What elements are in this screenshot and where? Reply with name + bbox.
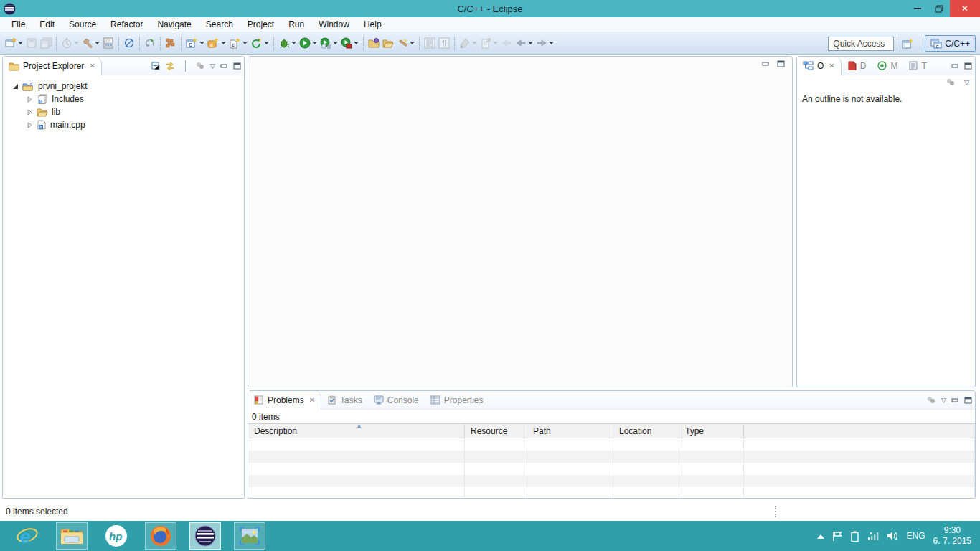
close-window-button[interactable]: ✕ — [950, 0, 980, 17]
new-cpp-project-button[interactable] — [249, 34, 270, 52]
collapsed-arrow-icon[interactable] — [27, 122, 33, 128]
maximize-view-icon[interactable] — [233, 62, 241, 70]
forward-button[interactable] — [534, 34, 555, 52]
column-location[interactable]: Location — [613, 424, 679, 438]
taskbar-internet-explorer-button[interactable]: e — [11, 522, 43, 550]
binary-file-button[interactable]: 010 — [101, 34, 116, 52]
menu-search[interactable]: Search — [199, 17, 240, 32]
run-button[interactable] — [298, 34, 319, 52]
taskbar-hp-button[interactable]: hp — [100, 522, 132, 550]
problems-table: Description▲ Resource Path Location Type — [248, 423, 975, 499]
tree-item-main-cpp[interactable]: c main.cpp — [3, 118, 244, 131]
collapse-all-icon[interactable] — [151, 62, 160, 70]
close-tab-icon[interactable]: ✕ — [309, 396, 315, 404]
tab-outline[interactable]: O ✕ — [797, 57, 842, 75]
skip-all-breakpoints-button[interactable] — [122, 34, 136, 52]
column-path[interactable]: Path — [527, 424, 613, 438]
tree-item-lib[interactable]: lib — [3, 105, 244, 118]
collapsed-arrow-icon[interactable] — [27, 96, 33, 103]
taskbar-firefox-button[interactable] — [145, 522, 176, 550]
launch-button[interactable] — [143, 34, 157, 52]
show-whitespace-button[interactable]: ¶ — [437, 34, 451, 52]
next-annotation-button[interactable] — [479, 34, 499, 52]
network-signal-icon[interactable]: ✶ — [867, 531, 879, 541]
menu-window[interactable]: Window — [311, 17, 357, 32]
back-button[interactable] — [514, 34, 534, 52]
debug-button[interactable] — [277, 34, 298, 52]
tab-tasks[interactable]: Tasks — [321, 391, 368, 410]
tab-problems[interactable]: Problems ✕ — [248, 391, 321, 410]
menu-help[interactable]: Help — [357, 17, 389, 32]
menu-project[interactable]: Project — [240, 17, 281, 32]
tab-documents[interactable]: D — [842, 57, 872, 75]
editor-area-panel[interactable] — [248, 56, 793, 387]
tab-project-explorer[interactable]: Project Explorer ✕ — [3, 57, 102, 75]
minimize-view-icon[interactable] — [762, 60, 770, 67]
tree-label: prvni_projekt — [38, 81, 88, 91]
collapsed-arrow-icon[interactable] — [27, 109, 33, 116]
open-resource-button[interactable] — [381, 34, 395, 52]
open-perspective-button[interactable] — [900, 35, 915, 52]
debug-grid-button[interactable] — [164, 34, 178, 52]
quick-access-input[interactable]: Quick Access — [828, 37, 894, 51]
column-type[interactable]: Type — [679, 424, 744, 438]
open-element-button[interactable] — [367, 34, 381, 52]
minimize-view-icon[interactable] — [951, 62, 959, 70]
minimize-window-button[interactable] — [907, 0, 928, 17]
battery-icon[interactable] — [851, 531, 859, 542]
language-indicator[interactable]: ENG — [907, 531, 925, 541]
grid-icon — [165, 37, 176, 49]
new-cpp-folder-button[interactable]: c — [206, 34, 227, 52]
menu-run[interactable]: Run — [281, 17, 311, 32]
column-description[interactable]: Description▲ — [248, 424, 465, 438]
taskbar-eclipse-button[interactable] — [189, 522, 221, 550]
status-drag-handle[interactable] — [775, 506, 776, 517]
tab-properties[interactable]: Properties — [425, 391, 489, 410]
maximize-view-icon[interactable] — [964, 397, 972, 404]
new-cpp-class-button[interactable]: C — [184, 34, 206, 52]
outline-message: An outline is not available. — [802, 94, 902, 104]
show-hidden-icons-icon[interactable] — [817, 534, 824, 539]
volume-icon[interactable] — [887, 531, 899, 541]
close-tab-icon[interactable]: ✕ — [829, 62, 834, 70]
tab-task-list[interactable]: T — [903, 57, 932, 75]
back-to-editor-button[interactable] — [499, 34, 514, 52]
external-tools-button[interactable] — [339, 34, 360, 52]
last-edit-location-button[interactable] — [458, 34, 479, 52]
view-menu-icon[interactable]: ▽ — [964, 79, 969, 86]
column-resource[interactable]: Resource — [465, 424, 527, 438]
menu-source[interactable]: Source — [62, 17, 103, 32]
expanded-arrow-icon[interactable] — [12, 83, 19, 90]
close-tab-icon[interactable]: ✕ — [89, 62, 95, 70]
restore-window-button[interactable] — [928, 0, 950, 17]
taskbar-image-viewer-button[interactable] — [234, 522, 265, 550]
maximize-view-icon[interactable] — [777, 60, 785, 67]
tab-make-target[interactable]: M — [872, 57, 903, 75]
tree-item-includes[interactable]: h Includes — [3, 93, 244, 105]
tab-console[interactable]: Console — [368, 391, 425, 410]
maximize-view-icon[interactable] — [964, 62, 972, 70]
taskbar-clock[interactable]: 9:30 6. 7. 2015 — [933, 525, 974, 547]
menu-refactor[interactable]: Refactor — [103, 17, 150, 32]
build-button[interactable] — [80, 34, 101, 52]
perspective-cpp-button[interactable]: C C/C++ — [925, 35, 976, 52]
view-menu-icon[interactable]: ▽ — [210, 62, 215, 70]
profile-button[interactable] — [60, 34, 80, 52]
menu-edit[interactable]: Edit — [32, 17, 62, 32]
toggle-console-button[interactable] — [423, 34, 437, 52]
view-menu-icon[interactable]: ▽ — [941, 397, 946, 404]
run-configurations-button[interactable] — [319, 34, 339, 52]
minimize-view-icon[interactable] — [220, 62, 228, 70]
save-button[interactable] — [24, 34, 39, 52]
link-with-editor-icon[interactable] — [165, 62, 176, 71]
menu-navigate[interactable]: Navigate — [150, 17, 198, 32]
taskbar-file-explorer-button[interactable] — [56, 522, 88, 550]
save-all-button[interactable] — [39, 34, 53, 52]
search-button[interactable] — [395, 34, 416, 52]
new-source-file-button[interactable]: c — [227, 34, 249, 52]
menu-file[interactable]: File — [4, 17, 32, 32]
action-center-flag-icon[interactable] — [832, 531, 843, 542]
minimize-view-icon[interactable] — [951, 397, 959, 404]
new-wizard-button[interactable] — [4, 34, 24, 52]
tree-item-project[interactable]: C prvni_projekt — [3, 80, 244, 93]
